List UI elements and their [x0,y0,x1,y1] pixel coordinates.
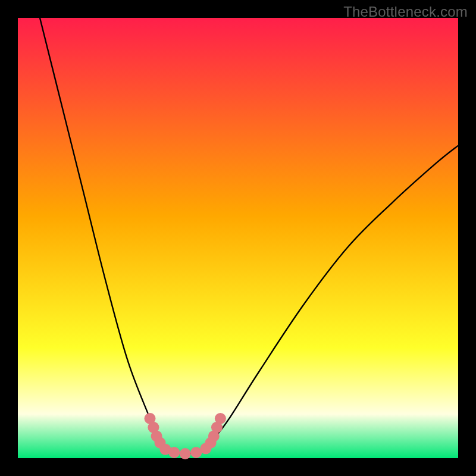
chart-stage: TheBottleneck.com [0,0,476,476]
bottleneck-marker [180,448,191,459]
bottleneck-curve-chart [0,0,476,476]
bottleneck-marker [215,413,226,424]
bottleneck-marker [168,447,180,458]
bottleneck-marker [190,447,202,458]
plot-area [18,18,458,458]
watermark-text: TheBottleneck.com [343,4,468,20]
